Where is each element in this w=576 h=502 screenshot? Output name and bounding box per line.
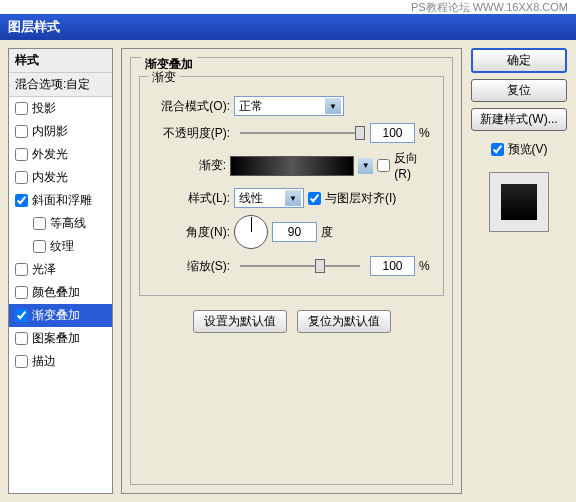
scale-unit: %: [419, 259, 430, 273]
opacity-input[interactable]: 100: [370, 123, 415, 143]
angle-input[interactable]: 90: [272, 222, 317, 242]
style-item[interactable]: 投影: [9, 97, 112, 120]
angle-dial[interactable]: [234, 215, 268, 249]
style-item[interactable]: 外发光: [9, 143, 112, 166]
style-item-label: 描边: [32, 353, 56, 370]
style-item-label: 图案叠加: [32, 330, 80, 347]
chevron-down-icon: ▼: [325, 98, 341, 114]
dialog-body: 样式 混合选项:自定 投影内阴影外发光内发光斜面和浮雕等高线纹理光泽颜色叠加渐变…: [0, 40, 576, 502]
style-item-checkbox[interactable]: [33, 240, 46, 253]
style-item-checkbox[interactable]: [15, 355, 28, 368]
gradient-swatch[interactable]: [230, 156, 354, 176]
blend-mode-label: 混合模式(O):: [150, 98, 230, 115]
preview-label: 预览(V): [508, 141, 548, 158]
style-select[interactable]: 线性 ▼: [234, 188, 304, 208]
style-item-label: 斜面和浮雕: [32, 192, 92, 209]
style-item-label: 投影: [32, 100, 56, 117]
style-item-label: 渐变叠加: [32, 307, 80, 324]
style-item-label: 等高线: [50, 215, 86, 232]
style-item-label: 光泽: [32, 261, 56, 278]
reverse-checkbox[interactable]: [377, 159, 390, 172]
style-item-label: 纹理: [50, 238, 74, 255]
opacity-slider[interactable]: [240, 132, 360, 134]
style-item-label: 颜色叠加: [32, 284, 80, 301]
new-style-button[interactable]: 新建样式(W)...: [471, 108, 567, 131]
chevron-down-icon: ▼: [285, 190, 301, 206]
opacity-unit: %: [419, 126, 430, 140]
style-item-checkbox[interactable]: [15, 194, 28, 207]
style-item-label: 内阴影: [32, 123, 68, 140]
ok-button[interactable]: 确定: [471, 48, 567, 73]
style-item-checkbox[interactable]: [33, 217, 46, 230]
window-title: 图层样式: [0, 14, 576, 40]
preview-swatch: [501, 184, 537, 220]
style-list: 样式 混合选项:自定 投影内阴影外发光内发光斜面和浮雕等高线纹理光泽颜色叠加渐变…: [8, 48, 113, 494]
style-label: 样式(L):: [150, 190, 230, 207]
right-panel: 确定 复位 新建样式(W)... 预览(V): [470, 48, 568, 494]
style-item[interactable]: 渐变叠加: [9, 304, 112, 327]
style-list-header[interactable]: 样式: [9, 49, 112, 73]
angle-label: 角度(N):: [150, 224, 230, 241]
reset-default-button[interactable]: 复位为默认值: [297, 310, 391, 333]
blend-options-header[interactable]: 混合选项:自定: [9, 73, 112, 97]
align-label: 与图层对齐(I): [325, 190, 396, 207]
blend-mode-select[interactable]: 正常 ▼: [234, 96, 344, 116]
style-item[interactable]: 斜面和浮雕: [9, 189, 112, 212]
style-item-checkbox[interactable]: [15, 125, 28, 138]
style-item[interactable]: 光泽: [9, 258, 112, 281]
scale-slider[interactable]: [240, 265, 360, 267]
style-item-checkbox[interactable]: [15, 286, 28, 299]
style-item-label: 外发光: [32, 146, 68, 163]
style-item-checkbox[interactable]: [15, 263, 28, 276]
style-item[interactable]: 图案叠加: [9, 327, 112, 350]
cancel-button[interactable]: 复位: [471, 79, 567, 102]
style-item[interactable]: 内发光: [9, 166, 112, 189]
style-item[interactable]: 纹理: [9, 235, 112, 258]
gradient-label: 渐变:: [150, 157, 226, 174]
center-panel: 渐变叠加 渐变 混合模式(O): 正常 ▼ 不透明度(P): 100: [121, 48, 462, 494]
style-item[interactable]: 内阴影: [9, 120, 112, 143]
reverse-label: 反向(R): [394, 150, 433, 181]
watermark: PS教程论坛 WWW.16XX8.COM: [0, 0, 576, 14]
style-item-label: 内发光: [32, 169, 68, 186]
opacity-label: 不透明度(P):: [150, 125, 230, 142]
style-item-checkbox[interactable]: [15, 148, 28, 161]
angle-unit: 度: [321, 224, 333, 241]
gradient-fieldset: 渐变 混合模式(O): 正常 ▼ 不透明度(P): 100 %: [139, 76, 444, 296]
style-item[interactable]: 描边: [9, 350, 112, 373]
style-item[interactable]: 颜色叠加: [9, 281, 112, 304]
align-checkbox[interactable]: [308, 192, 321, 205]
style-item-checkbox[interactable]: [15, 309, 28, 322]
style-item-checkbox[interactable]: [15, 332, 28, 345]
fieldset-label: 渐变: [148, 69, 180, 86]
style-item-checkbox[interactable]: [15, 171, 28, 184]
preview-box: [489, 172, 549, 232]
scale-input[interactable]: 100: [370, 256, 415, 276]
style-item-checkbox[interactable]: [15, 102, 28, 115]
chevron-down-icon[interactable]: ▼: [358, 158, 373, 174]
preview-checkbox[interactable]: [491, 143, 504, 156]
set-default-button[interactable]: 设置为默认值: [193, 310, 287, 333]
scale-label: 缩放(S):: [150, 258, 230, 275]
style-item[interactable]: 等高线: [9, 212, 112, 235]
